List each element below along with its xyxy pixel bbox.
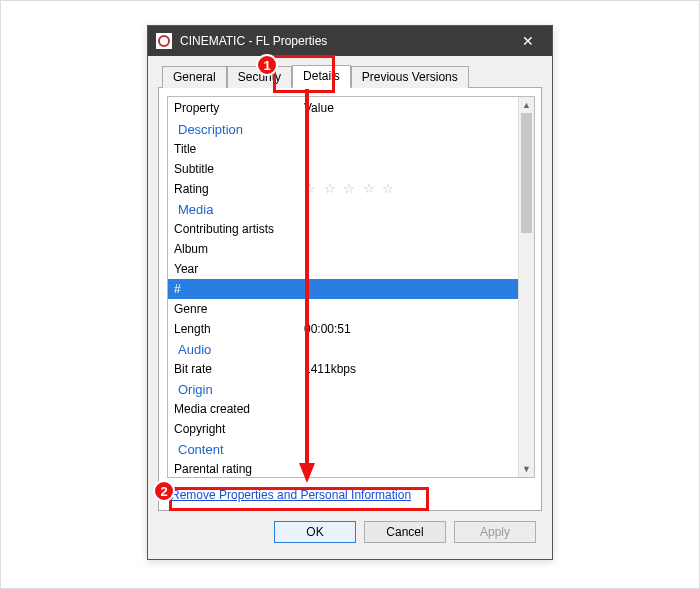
row-parental-rating[interactable]: Parental rating [168, 459, 518, 477]
properties-dialog: CINEMATIC - FL Properties ✕ General Secu… [147, 25, 553, 560]
tab-details[interactable]: Details [292, 65, 351, 88]
dialog-body: General Security Details Previous Versio… [148, 56, 552, 559]
tab-panel-details: Property Value Description Title Subtitl… [158, 87, 542, 511]
property-header: Property Value [168, 97, 518, 119]
row-track-number[interactable]: # [168, 279, 518, 299]
row-year[interactable]: Year [168, 259, 518, 279]
row-value[interactable] [304, 160, 512, 178]
group-description: Description [168, 119, 518, 139]
app-icon [156, 33, 172, 49]
property-scroll[interactable]: Property Value Description Title Subtitl… [168, 97, 518, 477]
row-value: 00:00:51 [304, 320, 512, 338]
group-audio: Audio [168, 339, 518, 359]
row-value[interactable] [304, 140, 512, 158]
row-length[interactable]: Length 00:00:51 [168, 319, 518, 339]
apply-button[interactable]: Apply [454, 521, 536, 543]
row-key: Bit rate [174, 360, 304, 378]
row-copyright[interactable]: Copyright [168, 419, 518, 439]
row-media-created[interactable]: Media created [168, 399, 518, 419]
scroll-track[interactable] [519, 113, 534, 461]
row-key: Contributing artists [174, 220, 304, 238]
group-origin: Origin [168, 379, 518, 399]
row-subtitle[interactable]: Subtitle [168, 159, 518, 179]
ok-button[interactable]: OK [274, 521, 356, 543]
row-key: Album [174, 240, 304, 258]
row-genre[interactable]: Genre [168, 299, 518, 319]
scroll-up-icon[interactable]: ▲ [519, 97, 534, 113]
cancel-button[interactable]: Cancel [364, 521, 446, 543]
scroll-thumb[interactable] [521, 113, 532, 233]
property-list: Property Value Description Title Subtitl… [167, 96, 535, 478]
titlebar[interactable]: CINEMATIC - FL Properties ✕ [148, 26, 552, 56]
tabstrip: General Security Details Previous Versio… [162, 65, 542, 88]
row-value[interactable] [304, 400, 512, 418]
group-content: Content [168, 439, 518, 459]
row-album[interactable]: Album [168, 239, 518, 259]
row-value[interactable] [304, 300, 512, 318]
row-value[interactable] [304, 240, 512, 258]
row-value[interactable] [304, 260, 512, 278]
row-value[interactable] [304, 420, 512, 438]
group-media: Media [168, 199, 518, 219]
row-key: # [174, 280, 304, 298]
row-key: Length [174, 320, 304, 338]
row-contributing-artists[interactable]: Contributing artists [168, 219, 518, 239]
row-key: Rating [174, 180, 304, 198]
tab-previous-versions[interactable]: Previous Versions [351, 66, 469, 88]
dialog-button-row: OK Cancel Apply [158, 511, 542, 547]
row-key: Subtitle [174, 160, 304, 178]
scroll-down-icon[interactable]: ▼ [519, 461, 534, 477]
row-key: Genre [174, 300, 304, 318]
row-key: Media created [174, 400, 304, 418]
row-bit-rate[interactable]: Bit rate 1411kbps [168, 359, 518, 379]
tab-general[interactable]: General [162, 66, 227, 88]
row-key: Parental rating [174, 460, 304, 477]
row-rating[interactable]: Rating ☆ ☆ ☆ ☆ ☆ [168, 179, 518, 199]
window-title: CINEMATIC - FL Properties [180, 34, 508, 48]
row-key: Year [174, 260, 304, 278]
close-icon[interactable]: ✕ [508, 26, 548, 56]
row-key: Title [174, 140, 304, 158]
tab-security[interactable]: Security [227, 66, 292, 88]
row-value: 1411kbps [304, 360, 512, 378]
rating-stars-icon[interactable]: ☆ ☆ ☆ ☆ ☆ [304, 180, 512, 198]
row-value[interactable] [304, 220, 512, 238]
row-title[interactable]: Title [168, 139, 518, 159]
header-property: Property [174, 101, 304, 115]
row-value[interactable] [304, 460, 512, 477]
remove-properties-link[interactable]: Remove Properties and Personal Informati… [171, 488, 411, 502]
vertical-scrollbar[interactable]: ▲ ▼ [518, 97, 534, 477]
row-value[interactable] [304, 280, 512, 298]
header-value: Value [304, 101, 512, 115]
row-key: Copyright [174, 420, 304, 438]
